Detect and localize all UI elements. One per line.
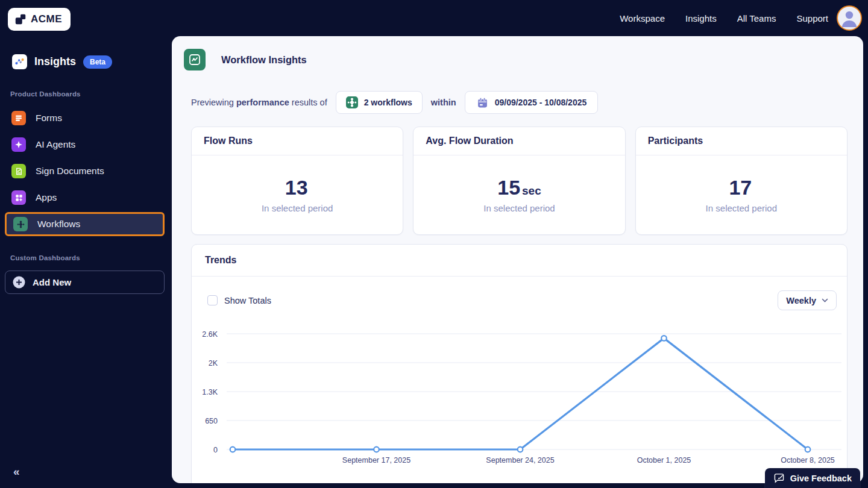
nav-insights[interactable]: Insights xyxy=(685,13,717,23)
collapse-sidebar-icon[interactable]: « xyxy=(13,465,20,478)
stats-row: Flow Runs 13 In selected period Avg. Flo… xyxy=(191,127,848,235)
nav-support[interactable]: Support xyxy=(796,13,828,23)
insights-app-header: Insights Beta xyxy=(12,54,112,69)
stat-value: 13 xyxy=(285,177,310,198)
workflows-chip-icon xyxy=(346,96,358,108)
beta-badge: Beta xyxy=(83,55,112,69)
workflows-icon xyxy=(13,217,28,231)
workflows-selector-chip[interactable]: 2 workflows xyxy=(336,91,423,114)
line-chart-svg: 06501.3K2K2.6KSeptember 17, 2025Septembe… xyxy=(192,326,848,471)
sidebar-item-label: Forms xyxy=(36,113,62,124)
stat-value: 17 xyxy=(729,177,753,198)
svg-text:September 24, 2025: September 24, 2025 xyxy=(486,456,554,465)
svg-text:2.6K: 2.6K xyxy=(202,330,218,339)
sidebar-item-workflows[interactable]: Workflows xyxy=(5,212,165,236)
sidebar-item-ai-agents[interactable]: AI Agents xyxy=(5,133,165,157)
stat-caption: In selected period xyxy=(706,203,777,213)
top-navigation: Workspace Insights All Teams Support xyxy=(620,0,828,36)
sidebar-item-label: AI Agents xyxy=(36,139,75,150)
svg-text:1.3K: 1.3K xyxy=(202,388,218,396)
plus-icon xyxy=(13,276,25,289)
date-range-selector[interactable]: 09/09/2025 - 10/08/2025 xyxy=(465,91,599,114)
stat-caption: In selected period xyxy=(483,203,555,213)
filter-description: Previewing performance results of xyxy=(191,98,327,107)
svg-text:2K: 2K xyxy=(209,359,218,368)
stat-card-flow-runs: Flow Runs 13 In selected period xyxy=(191,127,403,235)
trends-card: Trends Show Totals Weekly 06501.3K2K2.6K… xyxy=(191,244,848,483)
stat-card-title: Participants xyxy=(636,127,847,155)
show-totals-toggle[interactable]: Show Totals xyxy=(207,295,271,305)
sidebar-item-label: Sign Documents xyxy=(36,166,104,177)
workflow-insights-icon xyxy=(184,49,206,70)
page-title: Workflow Insights xyxy=(221,54,307,66)
svg-text:650: 650 xyxy=(205,417,218,425)
stat-card-title: Avg. Flow Duration xyxy=(414,127,624,155)
add-new-button[interactable]: Add New xyxy=(5,271,165,294)
show-totals-checkbox[interactable] xyxy=(207,295,218,305)
trends-title: Trends xyxy=(192,245,847,277)
trends-line-chart: 06501.3K2K2.6KSeptember 17, 2025Septembe… xyxy=(192,326,848,471)
ai-agents-icon xyxy=(11,137,26,152)
sidebar-item-label: Apps xyxy=(36,192,57,203)
show-totals-label: Show Totals xyxy=(224,296,271,305)
section-label-product-dashboards: Product Dashboards xyxy=(10,90,81,98)
svg-text:October 1, 2025: October 1, 2025 xyxy=(637,456,691,465)
sidebar-item-sign-documents[interactable]: Sign Documents xyxy=(5,159,165,183)
sidebar-item-label: Workflows xyxy=(37,219,80,230)
stat-card-title: Flow Runs xyxy=(192,127,403,155)
interval-value: Weekly xyxy=(786,296,816,305)
interval-dropdown[interactable]: Weekly xyxy=(778,290,837,310)
give-feedback-button[interactable]: Give Feedback xyxy=(765,468,860,488)
svg-text:September 17, 2025: September 17, 2025 xyxy=(342,456,410,465)
content-panel: Workflow Insights Previewing performance… xyxy=(172,36,863,483)
sign-documents-icon xyxy=(11,164,26,178)
page-header: Workflow Insights xyxy=(184,49,307,70)
person-icon xyxy=(838,7,861,30)
feedback-icon xyxy=(773,473,785,483)
topbar: Workspace Insights All Teams Support xyxy=(0,0,868,36)
section-label-custom-dashboards: Custom Dashboards xyxy=(10,254,80,261)
stat-card-avg-flow-duration: Avg. Flow Duration 15sec In selected per… xyxy=(413,127,625,235)
insights-scatter-icon xyxy=(12,54,27,69)
date-range-label: 09/09/2025 - 10/08/2025 xyxy=(495,98,587,107)
nav-workspace[interactable]: Workspace xyxy=(620,13,665,23)
filter-row: Previewing performance results of 2 work… xyxy=(191,90,598,114)
workflows-chip-label: 2 workflows xyxy=(364,98,412,107)
avatar[interactable] xyxy=(837,5,862,31)
stat-caption: In selected period xyxy=(262,203,333,213)
give-feedback-label: Give Feedback xyxy=(790,474,852,483)
sidebar-item-apps[interactable]: Apps xyxy=(5,186,165,210)
sidebar: ACME Insights Beta Product Dashboards Fo… xyxy=(0,0,172,488)
stat-card-participants: Participants 17 In selected period xyxy=(635,127,848,235)
calendar-icon xyxy=(476,96,489,109)
sidebar-item-forms[interactable]: Forms xyxy=(5,106,165,130)
stat-value: 15sec xyxy=(497,177,541,198)
apps-icon xyxy=(11,190,26,205)
forms-icon xyxy=(11,111,26,125)
app-title: Insights xyxy=(34,55,76,68)
svg-text:0: 0 xyxy=(213,446,218,454)
add-new-label: Add New xyxy=(33,277,71,287)
nav-all-teams[interactable]: All Teams xyxy=(737,13,776,23)
filter-within-text: within xyxy=(431,98,456,107)
svg-text:October 8, 2025: October 8, 2025 xyxy=(781,456,835,465)
chevron-down-icon xyxy=(822,298,828,302)
